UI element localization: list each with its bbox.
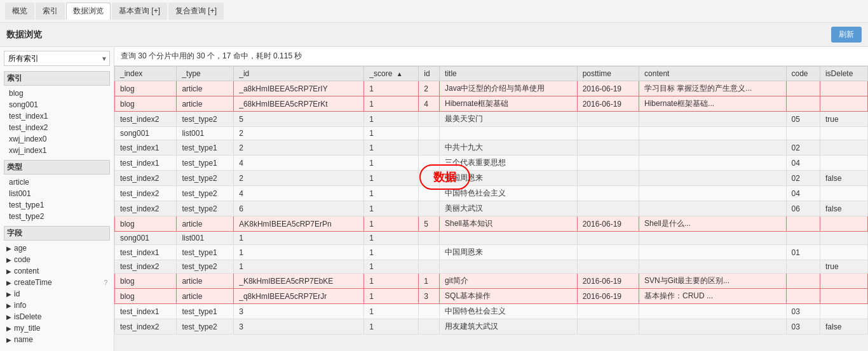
cell-content	[639, 304, 786, 319]
sidebar-item-test-index1[interactable]: test_index1	[4, 110, 110, 122]
col-header-content[interactable]: content	[639, 67, 786, 81]
col-header-isdelete[interactable]: isDelete	[820, 67, 867, 81]
query-info: 查询 30 个分片中用的 30 个，17 命中，耗时 0.115 秒	[114, 47, 868, 66]
table-row[interactable]: test_index1test_type121中共十九大02	[115, 140, 868, 156]
table-row[interactable]: test_index2test_type261美丽大武汉06false	[115, 201, 868, 216]
col-header-posttime[interactable]: posttime	[577, 67, 639, 81]
table-row[interactable]: song001list00111	[115, 232, 868, 245]
table-container[interactable]: 数据 _index _type _id _score ▲ id title po…	[114, 66, 868, 351]
field-code[interactable]: ▶ code	[4, 254, 110, 265]
cell-isDelete	[820, 289, 867, 304]
cell-content	[639, 245, 786, 260]
cell-_type: list001	[177, 232, 234, 245]
cell-_type: test_type2	[177, 260, 234, 274]
cell-posttime	[577, 186, 639, 201]
cell-_type: test_type1	[177, 140, 234, 156]
field-createtime[interactable]: ▶ createTime ?	[4, 277, 110, 288]
index-section-title: 索引	[4, 71, 110, 86]
col-header-title[interactable]: title	[440, 67, 578, 81]
tab-basic-query[interactable]: 基本查询 [+]	[112, 3, 167, 20]
table-row[interactable]: song001list00121	[115, 127, 868, 140]
sidebar-item-blog[interactable]: blog	[4, 88, 110, 99]
cell-_id: _q8kHmIBEEA5cRP7ErJr	[234, 289, 364, 304]
table-row[interactable]: blogarticleAK8kHmIBEEA5cRP7ErPn15Shell基本…	[115, 216, 868, 232]
cell-_score: 1	[364, 171, 419, 186]
field-content[interactable]: ▶ content	[4, 265, 110, 277]
cell-title: Shell基本知识	[440, 216, 578, 232]
cell-_score: 1	[364, 245, 419, 260]
cell-posttime	[577, 112, 639, 127]
type-section-title: 类型	[4, 160, 110, 175]
col-header-code[interactable]: code	[786, 67, 820, 81]
cell-code: 05	[786, 112, 820, 127]
tab-overview[interactable]: 概览	[5, 3, 34, 20]
cell-_score: 1	[364, 156, 419, 171]
cell-_index: test_index1	[115, 245, 177, 260]
table-row[interactable]: blogarticle_a8kHmIBEEA5cRP7ErIY12Java中泛型…	[115, 81, 868, 96]
field-arrow-icon: ▶	[6, 268, 11, 275]
field-age[interactable]: ▶ age	[4, 242, 110, 254]
table-row[interactable]: test_index2test_type221中国周恩来02false	[115, 171, 868, 186]
field-isdelete[interactable]: ▶ isDelete	[4, 311, 110, 322]
cell-code	[786, 81, 820, 96]
cell-_type: test_type2	[177, 319, 234, 334]
cell-id	[419, 140, 440, 156]
cell-_type: article	[177, 96, 234, 112]
index-select[interactable]: 所有索引	[4, 51, 110, 66]
col-header-id[interactable]: _id	[234, 67, 364, 81]
tab-data-browse[interactable]: 数据浏览	[66, 3, 111, 20]
cell-id	[419, 186, 440, 201]
table-row[interactable]: test_index2test_type251最美天安门05true	[115, 112, 868, 127]
field-arrow-icon: ▶	[6, 314, 11, 321]
col-header-index[interactable]: _index	[115, 67, 177, 81]
table-row[interactable]: test_index1test_type131中国特色社会主义03	[115, 304, 868, 319]
cell-isDelete	[820, 245, 867, 260]
field-name[interactable]: ▶ name	[4, 334, 110, 345]
sidebar-item-test-type1[interactable]: test_type1	[4, 199, 110, 211]
field-id[interactable]: ▶ id	[4, 288, 110, 300]
refresh-button[interactable]: 刷新	[831, 27, 862, 43]
field-section-title: 字段	[4, 226, 110, 241]
field-mytitle[interactable]: ▶ my_title	[4, 322, 110, 334]
field-section: 字段 ▶ age ▶ code ▶ content ▶ createTime ?…	[4, 226, 110, 345]
sidebar-item-test-index2[interactable]: test_index2	[4, 122, 110, 133]
table-row[interactable]: test_index2test_type241中国特色社会主义04	[115, 186, 868, 201]
cell-posttime	[577, 201, 639, 216]
cell-_type: article	[177, 81, 234, 96]
cell-posttime	[577, 245, 639, 260]
table-row[interactable]: test_index1test_type111中国周恩来01	[115, 245, 868, 260]
sidebar-item-test-type2[interactable]: test_type2	[4, 211, 110, 222]
cell-isDelete: false	[820, 171, 867, 186]
sidebar-item-article[interactable]: article	[4, 176, 110, 188]
sidebar-item-xwj-index1[interactable]: xwj_index1	[4, 145, 110, 156]
col-header-type[interactable]: _type	[177, 67, 234, 81]
cell-isDelete: true	[820, 112, 867, 127]
cell-_index: test_index2	[115, 112, 177, 127]
sidebar-item-list001[interactable]: list001	[4, 188, 110, 199]
cell-_index: test_index2	[115, 186, 177, 201]
tab-complex-query[interactable]: 复合查询 [+]	[168, 3, 224, 20]
cell-_index: blog	[115, 81, 177, 96]
cell-_index: song001	[115, 127, 177, 140]
col-header-score[interactable]: _score ▲	[364, 67, 419, 81]
table-row[interactable]: blogarticle_q8kHmIBEEA5cRP7ErJr13SQL基本操作…	[115, 289, 868, 304]
sidebar-item-song001[interactable]: song001	[4, 99, 110, 110]
cell-_index: test_index2	[115, 201, 177, 216]
cell-_index: test_index1	[115, 304, 177, 319]
cell-id	[419, 201, 440, 216]
tab-index[interactable]: 索引	[36, 3, 65, 20]
table-row[interactable]: test_index2test_type211true	[115, 260, 868, 274]
table-row[interactable]: test_index2test_type231用友建筑大武汉03false	[115, 319, 868, 334]
field-arrow-icon: ▶	[6, 302, 11, 309]
cell-_index: test_index1	[115, 156, 177, 171]
cell-code: 04	[786, 156, 820, 171]
table-row[interactable]: blogarticle_K8kHmIBEEA5cRP7EbKE11git简介20…	[115, 274, 868, 289]
field-info[interactable]: ▶ info	[4, 300, 110, 311]
col-header-docid[interactable]: id	[419, 67, 440, 81]
table-row[interactable]: blogarticle_68kHmIBEEA5cRP7ErKt14Hiberna…	[115, 96, 868, 112]
cell-title: 中共十九大	[440, 140, 578, 156]
table-row[interactable]: test_index1test_type141三个代表重要思想04	[115, 156, 868, 171]
index-select-wrapper[interactable]: 所有索引 ▼	[4, 51, 110, 66]
cell-posttime: 2016-06-19	[577, 274, 639, 289]
sidebar-item-xwj-index0[interactable]: xwj_index0	[4, 133, 110, 145]
